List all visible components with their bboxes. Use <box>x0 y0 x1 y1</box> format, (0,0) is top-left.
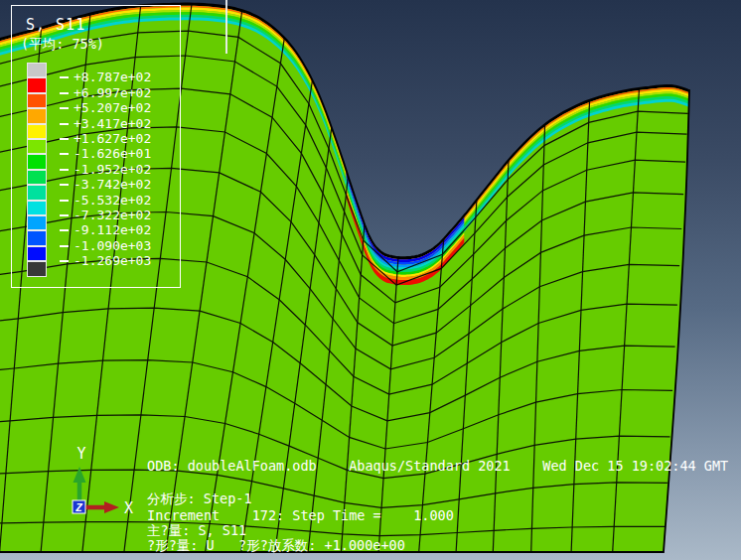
abaqus-viewport: S, S11 (平均: 75%) +8.787e+02+6.997e+02+5.… <box>0 0 741 560</box>
legend-swatch <box>27 170 47 185</box>
legend-value: +6.997e+02 <box>74 85 151 100</box>
legend-swatch <box>27 246 47 261</box>
legend-value: +3.417e+02 <box>74 116 151 131</box>
legend-tick <box>60 169 69 171</box>
legend-tick <box>60 245 69 247</box>
legend-swatch <box>27 108 47 123</box>
legend-value: +8.787e+02 <box>74 70 151 84</box>
legend-swatch <box>27 201 47 215</box>
legend-tick <box>60 92 69 94</box>
orientation-triad: Z Y X <box>48 435 157 534</box>
legend-swatch <box>27 154 47 169</box>
legend-swatch <box>27 93 47 108</box>
legend-value: -1.269e+03 <box>74 253 151 268</box>
legend-subtitle: (平均: 75%) <box>21 36 104 54</box>
legend-swatch <box>27 215 47 230</box>
legend-title: S, S11 <box>26 16 85 34</box>
legend-value: -9.112e+02 <box>74 222 151 237</box>
legend-tick <box>60 107 69 109</box>
y-axis-arrowhead <box>74 467 86 483</box>
legend-swatch <box>27 185 47 200</box>
viewport-border <box>225 0 227 54</box>
legend-value: -1.626e+01 <box>74 146 151 161</box>
legend-tick <box>60 200 69 202</box>
x-axis-arrowhead <box>104 501 119 513</box>
legend-tick <box>60 153 69 155</box>
legend-tick <box>60 138 69 140</box>
legend-tick <box>60 123 69 125</box>
step-name-line: 分析步: Step-1 <box>147 490 252 508</box>
contour-legend: S, S11 (平均: 75%) +8.787e+02+6.997e+02+5.… <box>11 5 181 288</box>
deformed-variable-line: ?形?量: U ?形?放系数: +1.000e+00 <box>147 537 405 555</box>
legend-tick <box>60 229 69 231</box>
legend-value: -5.532e+02 <box>74 193 151 208</box>
legend-value: -3.742e+02 <box>74 177 151 192</box>
legend-value: -1.090e+03 <box>74 238 151 253</box>
legend-tick <box>60 76 69 78</box>
y-axis-label: Y <box>76 445 85 463</box>
legend-swatch <box>27 230 47 245</box>
legend-swatch <box>27 63 47 77</box>
legend-swatch <box>27 139 47 154</box>
legend-tick <box>60 214 69 216</box>
legend-value: +1.627e+02 <box>74 131 151 146</box>
legend-value: +5.207e+02 <box>74 100 151 115</box>
legend-value: -7.322e+02 <box>74 208 151 222</box>
legend-value: -1.952e+02 <box>74 162 151 177</box>
legend-tick <box>60 260 69 262</box>
increment-line: Increment 172: Step Time = 1.000 <box>147 507 454 523</box>
x-axis-label: X <box>124 499 133 517</box>
legend-tick <box>60 184 69 186</box>
z-axis-label: Z <box>74 501 82 514</box>
legend-swatch <box>27 77 47 92</box>
legend-swatch <box>27 261 47 276</box>
odb-title-line: ODB: doubleAlFoam.odb Abaqus/Standard 20… <box>147 458 728 474</box>
legend-scale: +8.787e+02+6.997e+02+5.207e+02+3.417e+02… <box>27 63 176 281</box>
legend-swatch <box>27 124 47 139</box>
